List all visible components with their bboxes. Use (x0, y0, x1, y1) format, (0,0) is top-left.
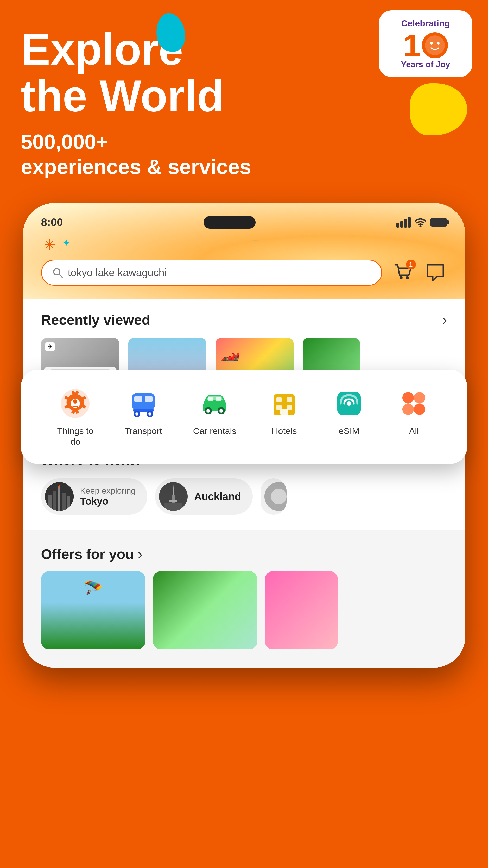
category-things[interactable]: Things todo (57, 386, 94, 447)
hero-subtitle: 500,000+ experiences & services (21, 129, 251, 179)
svg-rect-13 (67, 496, 70, 511)
status-bar: 8:00 (41, 216, 447, 228)
svg-point-1 (430, 42, 433, 44)
chat-icon (426, 264, 445, 282)
destination-tokyo[interactable]: Keep exploring Tokyo (41, 478, 147, 515)
category-hotels-label: Hotels (272, 426, 297, 436)
svg-point-49 (402, 404, 414, 415)
sparkle-plus: ✦ (62, 237, 70, 249)
search-icon (52, 268, 63, 278)
celebrating-label: Celebrating (390, 18, 461, 28)
svg-point-37 (206, 409, 210, 413)
offers-arrow[interactable]: › (138, 546, 142, 562)
auckland-img (159, 482, 188, 511)
auckland-text: Auckland (194, 491, 241, 502)
svg-rect-41 (287, 397, 292, 402)
smiley-icon (424, 35, 445, 56)
offers-cards-row: 🪂 (23, 568, 465, 660)
svg-line-5 (59, 274, 62, 277)
category-car-label: Car rentals (193, 426, 236, 436)
category-things-label: Things todo (57, 426, 94, 447)
chat-button[interactable] (424, 261, 447, 284)
destination-auckland[interactable]: Auckland (155, 478, 253, 515)
svg-point-2 (437, 42, 440, 44)
offer-card-2[interactable] (153, 571, 257, 649)
svg-rect-11 (58, 487, 60, 511)
main-wrapper: Explore the World 500,000+ experiences &… (0, 0, 488, 868)
badge-number: 1 (403, 30, 421, 61)
svg-rect-9 (47, 495, 52, 511)
category-car[interactable]: Car rentals (193, 386, 236, 436)
svg-point-48 (414, 392, 425, 404)
svg-point-32 (148, 412, 152, 415)
status-icons (396, 217, 447, 227)
destination-third[interactable] (261, 478, 287, 515)
sparkle-decoration: ✳ ✦ + (41, 237, 447, 253)
esim-icon (332, 386, 366, 421)
all-icon (397, 386, 431, 421)
svg-rect-19 (164, 503, 183, 511)
svg-point-6 (399, 276, 403, 279)
svg-point-21 (271, 489, 287, 504)
search-bar[interactable]: tokyo lake kawaguchi (41, 259, 382, 286)
dynamic-island (203, 216, 256, 228)
celebrating-badge: Celebrating 1 Years of Joy (379, 10, 473, 77)
svg-point-24 (73, 399, 77, 404)
recently-viewed-arrow[interactable]: › (443, 312, 447, 328)
badge-zero (422, 32, 448, 58)
category-transport[interactable]: Transport (125, 386, 162, 436)
svg-rect-40 (276, 397, 282, 402)
offer-card-1[interactable]: 🪂 (41, 571, 145, 649)
category-esim[interactable]: eSIM (332, 386, 366, 436)
svg-point-50 (414, 404, 425, 415)
svg-point-31 (135, 412, 138, 415)
svg-rect-10 (53, 491, 56, 511)
recently-viewed-title: Recently viewed (41, 312, 151, 328)
svg-point-38 (219, 409, 223, 413)
things-icon (58, 386, 92, 421)
svg-rect-27 (145, 396, 153, 402)
status-time: 8:00 (41, 216, 63, 228)
category-transport-label: Transport (125, 426, 162, 436)
svg-rect-18 (169, 500, 177, 502)
svg-point-47 (402, 392, 414, 404)
search-row: tokyo lake kawaguchi 1 (41, 259, 447, 286)
cart-button[interactable]: 1 (391, 261, 415, 284)
sparkle-star: ✳ (44, 237, 56, 253)
category-all-label: All (409, 426, 419, 436)
svg-point-3 (419, 225, 421, 226)
category-all[interactable]: All (397, 386, 431, 436)
cart-badge: 1 (406, 259, 416, 270)
offers-section: Offers for you › 🪂 (23, 535, 465, 668)
wifi-icon (415, 217, 426, 227)
badge-years: Years of Joy (390, 60, 461, 69)
svg-rect-34 (216, 397, 221, 401)
svg-rect-33 (208, 397, 214, 401)
phone-body: Recently viewed › ✈ (23, 299, 465, 668)
svg-point-7 (406, 276, 409, 279)
badge-number-row: 1 (390, 30, 461, 61)
tokyo-text: Keep exploring Tokyo (80, 486, 136, 507)
floating-categories-card: Things todo Transport (21, 370, 467, 464)
hero-section: Explore the World 500,000+ experiences &… (21, 26, 251, 179)
hero-title: Explore the World (21, 26, 251, 119)
sparkle-plus2: + (253, 237, 257, 245)
recently-viewed-header[interactable]: Recently viewed › (23, 299, 465, 336)
svg-rect-44 (280, 409, 288, 415)
search-input-text: tokyo lake kawaguchi (68, 267, 167, 279)
transport-icon (127, 386, 160, 421)
offers-header[interactable]: Offers for you › (23, 535, 465, 568)
phone-top-area: 8:00 (23, 203, 465, 299)
offer-card-3[interactable] (265, 571, 338, 649)
category-esim-label: eSIM (339, 426, 359, 436)
car-icon (198, 386, 232, 421)
signal-icon (396, 217, 411, 227)
hotels-icon (267, 386, 301, 421)
svg-point-46 (347, 401, 351, 406)
svg-rect-12 (62, 493, 66, 511)
category-hotels[interactable]: Hotels (267, 386, 301, 436)
offers-title: Offers for you (41, 546, 134, 562)
svg-point-0 (425, 35, 445, 55)
destinations-row: Keep exploring Tokyo (23, 474, 465, 530)
battery-icon (430, 218, 447, 226)
